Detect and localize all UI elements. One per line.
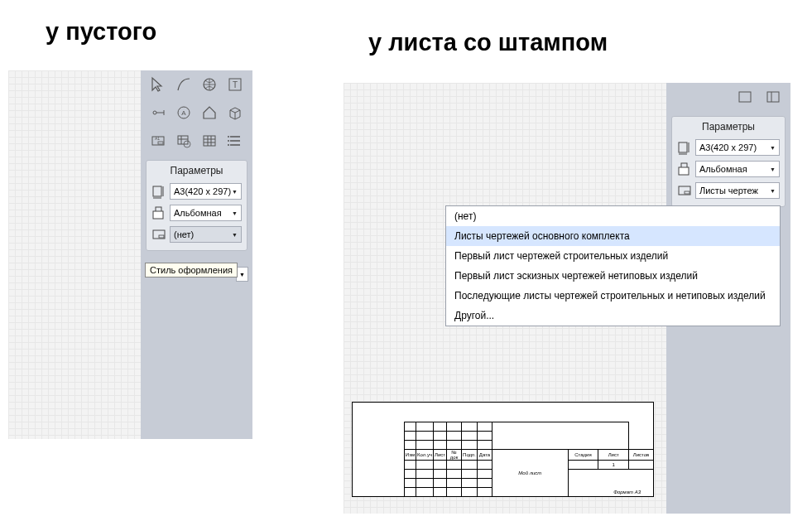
params-title-right: Параметры (672, 117, 785, 137)
text-tool-icon[interactable]: T (225, 74, 246, 95)
params-title: Параметры (147, 161, 247, 181)
style-select[interactable]: (нет)▼ (170, 226, 242, 243)
orientation-row-right: Альбомная▼ (672, 158, 785, 180)
generic-tool-icon-1[interactable] (734, 86, 756, 108)
svg-point-24 (228, 140, 229, 142)
svg-text:A1: A1 (155, 136, 160, 141)
style-tooltip: Стиль оформления (145, 263, 238, 277)
svg-rect-34 (767, 92, 779, 102)
side-panel-left: T A A1 Параметры А3(420 х 297)▼ (141, 70, 252, 439)
grid-tool-icon[interactable] (199, 130, 220, 152)
svg-text:T: T (233, 80, 238, 89)
generic-tool-icon-2[interactable] (762, 86, 784, 108)
right-screenshot: ИзмКол.учЛист№ докПодп.Дата Мой лист Ста… (344, 83, 790, 514)
sheet-tool-icon[interactable]: A1 (147, 130, 168, 152)
style-select-right[interactable]: Листы чертеж▼ (695, 182, 780, 199)
svg-rect-33 (739, 92, 751, 102)
svg-point-25 (228, 144, 229, 146)
house-tool-icon[interactable] (199, 102, 220, 123)
dropdown-item-subsequent[interactable]: Последующие листы чертежей строительных … (446, 286, 780, 306)
curve-tool-icon[interactable] (173, 74, 194, 95)
svg-rect-26 (153, 186, 161, 196)
dimension-tool-icon[interactable] (147, 102, 168, 123)
format-select[interactable]: А3(420 х 297)▼ (170, 183, 242, 200)
dropdown-item-other[interactable]: Другой... (446, 306, 780, 326)
format-label: Формат А3 (613, 490, 641, 495)
globe-tool-icon[interactable] (199, 74, 220, 95)
svg-rect-30 (153, 211, 163, 219)
svg-text:A: A (181, 109, 186, 117)
dropdown-item-first-construction[interactable]: Первый лист чертежей строительных издели… (446, 246, 780, 266)
list-tool-icon[interactable] (225, 130, 246, 152)
svg-point-3 (153, 111, 156, 114)
orientation-icon (151, 205, 166, 220)
extra-dropdown-caret[interactable]: ▼ (236, 267, 248, 282)
svg-rect-42 (685, 191, 689, 194)
format-row-right: А3(420 х 297)▼ (672, 137, 785, 158)
params-panel-right: Параметры А3(420 х 297)▼ Альбомная▼ Лист… (671, 116, 786, 207)
orientation-row: Альбомная▼ (147, 202, 247, 224)
canvas-grid[interactable] (8, 70, 141, 439)
svg-rect-40 (679, 167, 689, 175)
dropdown-item-main-set[interactable]: Листы чертежей основного комплекта (446, 226, 780, 246)
drawing-frame: ИзмКол.учЛист№ докПодп.Дата Мой лист Ста… (352, 402, 654, 497)
svg-rect-36 (679, 142, 687, 152)
style-icon (677, 183, 692, 198)
format-select-right[interactable]: А3(420 х 297)▼ (695, 139, 780, 156)
svg-rect-32 (159, 235, 164, 238)
svg-point-23 (228, 136, 229, 138)
style-dropdown-menu: (нет) Листы чертежей основного комплекта… (445, 205, 781, 326)
svg-rect-9 (158, 142, 163, 144)
orientation-select[interactable]: Альбомная▼ (170, 205, 242, 221)
format-row: А3(420 х 297)▼ (147, 181, 247, 202)
table-settings-icon[interactable] (173, 130, 194, 152)
heading-empty-sheet: у пустого (46, 18, 156, 46)
style-row: (нет)▼ (147, 224, 247, 245)
left-screenshot: T A A1 Параметры А3(420 х 297)▼ (8, 70, 252, 439)
format-icon (151, 184, 166, 199)
orientation-select-right[interactable]: Альбомная▼ (695, 161, 780, 177)
toolbar-row-2: A (141, 99, 252, 127)
heading-stamp-sheet: у листа со штампом (368, 29, 608, 56)
angle-dim-tool-icon[interactable]: A (173, 102, 194, 123)
cube-tool-icon[interactable] (225, 102, 246, 123)
toolbar-row-1: T (141, 70, 252, 99)
title-block-stamp: ИзмКол.учЛист№ докПодп.Дата Мой лист Ста… (404, 422, 654, 497)
params-panel: Параметры А3(420 х 297)▼ Альбомная▼ (нет… (146, 160, 247, 251)
orientation-icon (677, 162, 692, 176)
dropdown-item-none[interactable]: (нет) (446, 206, 780, 226)
style-row-right: Листы чертеж▼ (672, 180, 785, 201)
toolbar-row-right (666, 83, 790, 111)
format-icon (677, 140, 692, 155)
svg-rect-11 (178, 136, 188, 144)
toolbar-row-3: A1 (141, 127, 252, 155)
pointer-tool-icon[interactable] (147, 74, 168, 95)
dropdown-item-first-sketch[interactable]: Первый лист эскизных чертежей нетиповых … (446, 266, 780, 286)
svg-rect-15 (204, 136, 215, 146)
style-icon (151, 227, 166, 242)
